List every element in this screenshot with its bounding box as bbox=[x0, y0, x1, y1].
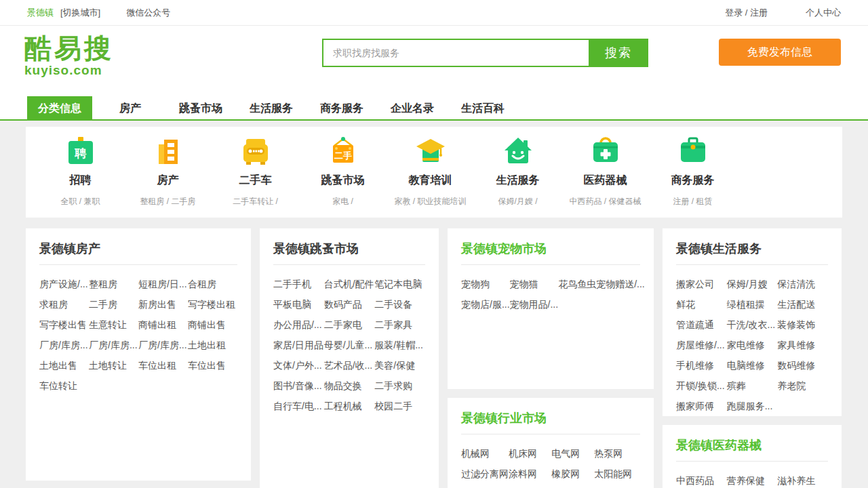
category-link[interactable]: 数码产品 bbox=[324, 294, 375, 314]
category-link[interactable]: 涂料网 bbox=[509, 464, 551, 484]
category-item[interactable]: 二手车二手车转让 / bbox=[212, 136, 299, 218]
category-link[interactable]: 二手家具 bbox=[374, 314, 425, 335]
section-title[interactable]: 景德镇行业市场 bbox=[461, 411, 640, 425]
category-link[interactable]: 商铺出租 bbox=[138, 314, 188, 335]
category-link[interactable]: 整租房 bbox=[89, 274, 138, 294]
section-title[interactable]: 景德镇生活服务 bbox=[676, 242, 828, 256]
category-link[interactable]: 房屋维修/... bbox=[676, 335, 727, 355]
login-register-link[interactable]: 登录 / 注册 bbox=[725, 7, 768, 19]
category-name[interactable]: 跳蚤市场 bbox=[299, 174, 387, 188]
category-link[interactable]: 电子元器... bbox=[594, 484, 640, 488]
category-link[interactable]: 短租房/日... bbox=[138, 274, 188, 294]
category-link[interactable]: 宠物猫 bbox=[510, 274, 559, 294]
category-item[interactable]: 教育培训家教 / 职业技能培训 bbox=[387, 136, 474, 218]
nav-tab-5[interactable]: 企业名录 bbox=[380, 96, 445, 119]
category-link[interactable]: 物品交换 bbox=[324, 375, 375, 396]
section-title[interactable]: 景德镇房产 bbox=[39, 242, 237, 256]
category-link[interactable]: 二手家电 bbox=[324, 314, 375, 335]
category-link[interactable]: 管道疏通 bbox=[676, 314, 727, 335]
category-link[interactable]: 求租房 bbox=[39, 294, 89, 314]
category-name[interactable]: 房产 bbox=[124, 174, 212, 188]
category-link[interactable]: 家电维修 bbox=[727, 335, 778, 355]
category-item[interactable]: 聘招聘全职 / 兼职 bbox=[37, 136, 124, 218]
category-link[interactable]: 保姆/月嫂 bbox=[727, 274, 778, 294]
search-input[interactable] bbox=[322, 39, 589, 67]
category-link[interactable]: 写字楼出售 bbox=[39, 314, 89, 335]
category-link[interactable]: 母婴/儿童... bbox=[324, 335, 375, 355]
category-link[interactable]: 土地转让 bbox=[89, 355, 138, 375]
category-link[interactable]: 保洁清洗 bbox=[777, 274, 828, 294]
category-link[interactable]: 二手手机 bbox=[273, 274, 324, 294]
category-link[interactable]: 文体/户外... bbox=[273, 355, 324, 375]
category-link[interactable]: 校园二手 bbox=[374, 396, 425, 416]
category-link[interactable]: 服装/鞋帽... bbox=[374, 335, 425, 355]
category-name[interactable]: 商务服务 bbox=[649, 174, 736, 188]
category-sublinks[interactable]: 保姆/月嫂 / bbox=[474, 196, 561, 207]
category-link[interactable]: 电脑维修 bbox=[727, 355, 778, 375]
category-item[interactable]: 生活服务保姆/月嫂 / bbox=[474, 136, 561, 218]
category-link[interactable]: 工程机械 bbox=[324, 396, 375, 416]
category-link[interactable]: 机械网 bbox=[461, 443, 509, 464]
category-link[interactable]: 数码维修 bbox=[777, 355, 828, 375]
category-sublinks[interactable]: 中西药品 / 保健器械 bbox=[561, 196, 649, 207]
search-button[interactable]: 搜索 bbox=[589, 39, 648, 67]
personal-center-link[interactable]: 个人中心 bbox=[806, 7, 841, 19]
category-link[interactable]: 厂房/库房... bbox=[39, 335, 89, 355]
category-link[interactable]: 家居/日用品 bbox=[273, 335, 324, 355]
category-link[interactable]: 手机维修 bbox=[676, 355, 727, 375]
category-link[interactable]: 二手设备 bbox=[374, 294, 425, 314]
category-link[interactable]: 养老院 bbox=[777, 375, 828, 396]
category-link[interactable]: 橡胶网 bbox=[551, 464, 594, 484]
category-link[interactable]: 二手求购 bbox=[374, 375, 425, 396]
category-sublinks[interactable]: 注册 / 租赁 bbox=[649, 196, 736, 207]
category-link[interactable]: 搬家公司 bbox=[676, 274, 727, 294]
category-name[interactable]: 招聘 bbox=[37, 174, 124, 188]
category-link[interactable]: 写字楼出租 bbox=[188, 294, 237, 314]
category-link[interactable]: 台式机/配件 bbox=[324, 274, 375, 294]
category-link[interactable]: 土地出售 bbox=[39, 355, 89, 375]
category-link[interactable]: 办公用品/... bbox=[273, 314, 324, 335]
category-link[interactable]: 通信网 bbox=[551, 484, 594, 488]
category-link[interactable]: 房产设施/... bbox=[39, 274, 89, 294]
category-link[interactable]: 商铺出售 bbox=[188, 314, 237, 335]
category-name[interactable]: 教育培训 bbox=[387, 174, 474, 188]
category-link[interactable]: 自行车/电... bbox=[273, 396, 324, 416]
category-name[interactable]: 二手车 bbox=[212, 174, 299, 188]
category-link[interactable]: 美容/保健 bbox=[374, 355, 425, 375]
category-link[interactable]: 平板电脑 bbox=[273, 294, 324, 314]
nav-tab-6[interactable]: 生活百科 bbox=[450, 96, 515, 119]
category-link[interactable]: 花鸟鱼虫 bbox=[558, 274, 596, 294]
category-link[interactable]: 太阳能网 bbox=[594, 464, 640, 484]
nav-tab-0[interactable]: 分类信息 bbox=[27, 96, 92, 119]
switch-city-link[interactable]: [切换城市] bbox=[60, 7, 100, 19]
category-link[interactable]: 宠物狗 bbox=[461, 274, 510, 294]
category-link[interactable]: 电气网 bbox=[551, 443, 594, 464]
category-link[interactable]: 图书/音像... bbox=[273, 375, 324, 396]
category-link[interactable]: 二手房 bbox=[89, 294, 138, 314]
category-link[interactable]: 生活配送 bbox=[777, 294, 828, 314]
category-link[interactable]: 新房出售 bbox=[138, 294, 188, 314]
category-link[interactable]: 合租房 bbox=[188, 274, 237, 294]
category-link[interactable]: 殡葬 bbox=[727, 375, 778, 396]
category-link[interactable]: 搬家师傅 bbox=[676, 396, 727, 416]
category-link[interactable]: 装修装饰 bbox=[777, 314, 828, 335]
category-item[interactable]: 医药器械中西药品 / 保健器械 bbox=[561, 136, 649, 218]
category-link[interactable]: 滋补养生 bbox=[777, 470, 828, 488]
category-link[interactable]: 开锁/换锁... bbox=[676, 375, 727, 396]
category-link[interactable]: 家具维修 bbox=[777, 335, 828, 355]
category-link[interactable]: 车位出售 bbox=[188, 355, 237, 375]
category-link[interactable]: 热泵网 bbox=[594, 443, 640, 464]
category-link[interactable]: 能源网 bbox=[461, 484, 509, 488]
category-link[interactable]: 干洗/改衣... bbox=[727, 314, 778, 335]
site-logo[interactable]: 酷易搜 kuyiso.com bbox=[24, 35, 114, 77]
category-link[interactable]: 鲜花 bbox=[676, 294, 727, 314]
wechat-account-link[interactable]: 微信公众号 bbox=[126, 7, 170, 19]
category-link[interactable]: 土地出租 bbox=[188, 335, 237, 355]
category-sublinks[interactable]: 家教 / 职业技能培训 bbox=[387, 196, 474, 207]
category-sublinks[interactable]: 全职 / 兼职 bbox=[37, 196, 124, 207]
category-sublinks[interactable]: 家电 / bbox=[299, 196, 387, 207]
category-sublinks[interactable]: 二手车转让 / bbox=[212, 196, 299, 207]
category-link[interactable]: 中西药品 bbox=[676, 470, 727, 488]
category-name[interactable]: 生活服务 bbox=[474, 174, 561, 188]
section-title[interactable]: 景德镇跳蚤市场 bbox=[273, 242, 425, 256]
